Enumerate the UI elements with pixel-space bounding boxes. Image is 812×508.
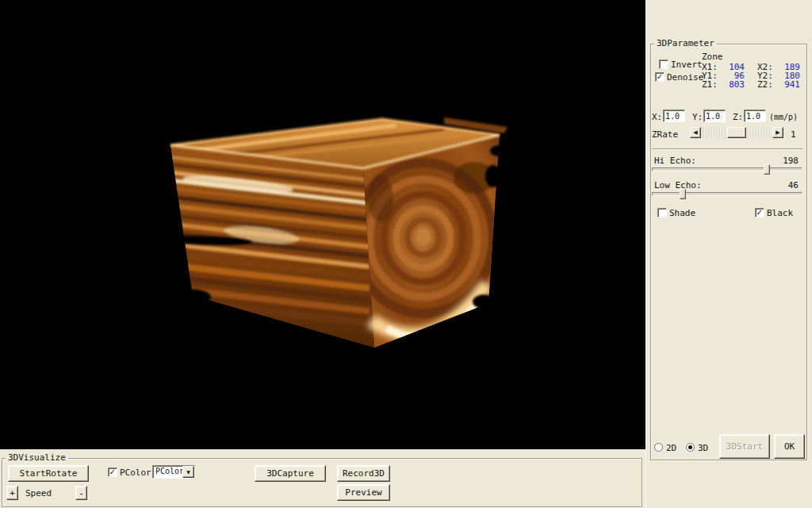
check-icon: ✓	[657, 73, 663, 81]
section-divider	[652, 148, 802, 150]
visualize-panel: 3DVisualize StartRotate ✓ PColor PColor …	[0, 449, 645, 508]
invert-checkbox[interactable]	[659, 60, 668, 69]
zone-title: Zone	[702, 52, 723, 61]
zrate-scroll-left-button[interactable]: ◀	[690, 127, 701, 138]
scale-y-input[interactable]	[703, 110, 726, 122]
scale-unit-label: (mm/p)	[769, 113, 798, 121]
black-label: Black	[767, 209, 793, 217]
low-echo-slider-thumb[interactable]	[680, 189, 686, 199]
preview-button-label: Preview	[345, 487, 381, 498]
pcolor-select[interactable]: PColor ▼	[152, 465, 195, 479]
capture-button-label: 3DCapture	[266, 468, 314, 479]
zrate-scrollbar[interactable]: ◀ ▶	[690, 127, 783, 138]
capture-button[interactable]: 3DCapture	[255, 465, 326, 482]
mode-3d-label: 3D	[698, 444, 708, 452]
arrow-left-icon: ◀	[693, 129, 697, 136]
scale-z-input[interactable]	[744, 110, 766, 122]
black-checkbox[interactable]: ✓	[755, 208, 764, 217]
zrate-label: ZRate	[652, 130, 678, 139]
render-viewport[interactable]	[0, 0, 645, 449]
speed-plus-label: +	[10, 488, 15, 498]
zrate-track-right[interactable]	[746, 127, 772, 138]
invert-label: Invert	[671, 60, 703, 69]
zrate-value: 1	[791, 130, 796, 139]
zone-z1-label: Z1:	[702, 80, 718, 89]
hi-echo-value: 198	[770, 156, 799, 165]
denoise-label: Denoise	[667, 73, 703, 82]
zone-z2-value: 941	[778, 80, 800, 89]
ultrasound-volume-render	[0, 0, 645, 449]
pcolor-checkbox-label: PColor	[120, 468, 151, 477]
pcolor-checkbox[interactable]: ✓	[108, 468, 117, 477]
speed-minus-label: -	[79, 488, 84, 498]
record-button[interactable]: Record3D	[337, 465, 390, 482]
radio-dot	[688, 445, 692, 449]
zrate-track-left[interactable]	[701, 127, 727, 138]
mode-2d-label: 2D	[666, 444, 676, 452]
mode-2d-radio[interactable]	[654, 443, 663, 452]
preview-button[interactable]: Preview	[337, 484, 390, 501]
parameter-group-title: 3DParameter	[654, 39, 717, 48]
hi-echo-slider-track[interactable]	[652, 167, 802, 171]
zone-z1-value: 803	[724, 80, 745, 89]
pcolor-select-value: PColor	[153, 466, 182, 478]
low-echo-slider-track[interactable]	[652, 192, 802, 196]
scale-x-label: X:	[652, 113, 662, 121]
arrow-right-icon: ▶	[776, 129, 779, 136]
zrate-scroll-right-button[interactable]: ▶	[772, 127, 783, 138]
pcolor-select-arrow-button[interactable]: ▼	[182, 466, 194, 478]
shade-checkbox[interactable]	[657, 208, 667, 217]
hi-echo-slider-thumb[interactable]	[764, 164, 770, 175]
scale-x-input[interactable]	[663, 110, 685, 122]
start-rotate-button[interactable]: StartRotate	[8, 465, 89, 482]
parameter-groupbox: 3DParameter	[650, 44, 807, 460]
ok-button[interactable]: OK	[774, 434, 805, 459]
shade-label: Shade	[669, 209, 695, 217]
zrate-thumb[interactable]	[727, 127, 746, 138]
hi-echo-label: Hi Echo:	[654, 156, 696, 165]
low-echo-label: Low Echo:	[654, 181, 702, 190]
parameter-panel: 3DParameter Invert ✓ Denoise Zone X1: 10…	[645, 0, 812, 508]
visualize-group-title: 3DVisualize	[6, 453, 68, 463]
check-icon: ✓	[756, 209, 763, 217]
speed-label: Speed	[25, 489, 52, 498]
record-button-label: Record3D	[343, 468, 385, 479]
start3d-button[interactable]: 3DStart	[719, 434, 770, 459]
application-window: { "colors": { "panel_bg": "#ece9d8", "vi…	[0, 0, 812, 508]
check-icon: ✓	[109, 468, 116, 476]
scale-z-label: Z:	[733, 113, 743, 121]
low-echo-value: 46	[770, 181, 799, 190]
start-rotate-button-label: StartRotate	[20, 468, 78, 479]
start3d-button-label: 3DStart	[726, 441, 763, 452]
ok-button-label: OK	[784, 441, 795, 452]
denoise-checkbox[interactable]: ✓	[655, 72, 665, 82]
speed-minus-button[interactable]: -	[75, 486, 87, 500]
scale-y-label: Y:	[692, 113, 703, 121]
speed-plus-button[interactable]: +	[6, 486, 18, 500]
chevron-down-icon: ▼	[186, 469, 190, 475]
zone-z2-label: Z2:	[757, 80, 773, 89]
mode-3d-radio[interactable]	[686, 443, 695, 452]
